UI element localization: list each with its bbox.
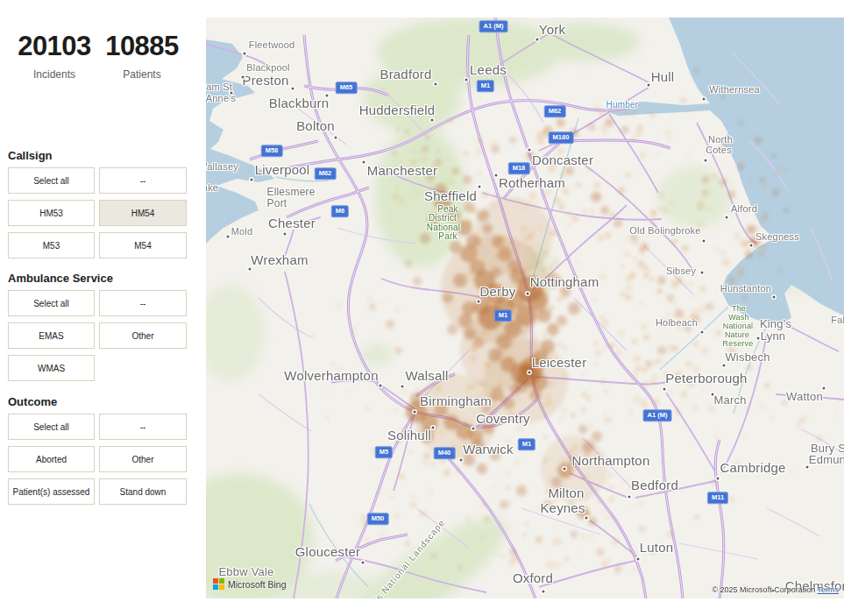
road-shield: A1 (M) — [643, 409, 672, 421]
incidents-value: 20103 — [11, 32, 98, 61]
terms-link[interactable]: Terms — [818, 585, 840, 594]
map-canvas — [206, 18, 844, 598]
road-shield: M65 — [336, 81, 358, 94]
city-dot — [401, 386, 404, 388]
city-dot — [701, 272, 704, 274]
city-dot — [431, 119, 434, 122]
road-shield: M1 — [518, 438, 535, 450]
filter-button-wmas[interactable]: WMAS — [8, 355, 95, 381]
city-dot — [251, 179, 253, 181]
filter-buttons: Select all--HM53HM54M53M54 — [8, 167, 194, 265]
city-dot — [528, 149, 531, 152]
city-dot — [701, 331, 704, 334]
city-dot — [231, 92, 233, 95]
map-copyright: © 2025 Microsoft Corporation Terms — [712, 585, 839, 594]
filter-button-hm53[interactable]: HM53 — [8, 200, 95, 226]
filter-button--[interactable]: -- — [99, 290, 187, 316]
filter-button-select-all[interactable]: Select all — [8, 167, 95, 194]
incident-heatmap[interactable]: FleetwoodBlackpoolPrestonham StAnne'sBla… — [206, 18, 844, 598]
city-dot — [703, 98, 706, 101]
filter-button-hm54[interactable]: HM54 — [99, 200, 187, 226]
filter-button-select-all[interactable]: Select all — [8, 290, 95, 316]
city-dot — [723, 365, 726, 367]
road-shield: M1 — [494, 309, 512, 322]
city-dot — [757, 337, 760, 340]
filter-button-other[interactable]: Other — [99, 322, 187, 349]
filter-section-title: Callsign — [8, 149, 194, 163]
city-dot — [414, 411, 416, 414]
city-dot — [806, 466, 809, 469]
city-dot — [249, 268, 252, 271]
city-dot — [362, 562, 365, 564]
city-dot — [726, 216, 728, 219]
city-dot — [460, 459, 463, 462]
city-dot — [244, 53, 246, 55]
filter-section-ambulance-service: Ambulance ServiceSelect all--EMASOtherWM… — [8, 272, 194, 387]
road-shield: M6 — [331, 205, 349, 217]
city-dot — [536, 39, 539, 41]
copyright-text: © 2025 Microsoft Corporation — [712, 585, 815, 594]
city-dot — [717, 478, 720, 480]
road-shield: M1 — [477, 80, 494, 92]
city-dot — [750, 244, 753, 247]
city-dot — [284, 233, 287, 236]
bing-logo-icon — [213, 578, 224, 590]
city-dot — [292, 88, 294, 90]
patients-value: 10885 — [98, 32, 186, 61]
filter-button-other[interactable]: Other — [99, 446, 187, 472]
filter-button--[interactable]: -- — [99, 414, 187, 440]
filter-button-emas[interactable]: EMAS — [8, 322, 95, 349]
city-dot — [564, 468, 566, 471]
city-dot — [712, 393, 714, 396]
filter-button-stand-down[interactable]: Stand down — [99, 478, 187, 505]
city-dot — [435, 83, 437, 86]
city-dot — [242, 76, 245, 79]
filter-button--[interactable]: -- — [99, 167, 187, 194]
road-shield: M5 — [375, 446, 393, 458]
filter-button-m53[interactable]: M53 — [8, 232, 95, 258]
road-shield: A1 (M) — [479, 20, 508, 32]
filter-section-callsign: CallsignSelect all--HM53HM54M53M54 — [8, 149, 194, 265]
filter-button-aborted[interactable]: Aborted — [8, 446, 95, 472]
city-dot — [465, 79, 468, 81]
filter-buttons: Select all--EMASOtherWMAS — [8, 290, 194, 387]
city-dot — [528, 372, 531, 374]
road-shield: M62 — [315, 167, 337, 180]
filter-button-select-all[interactable]: Select all — [8, 414, 95, 440]
road-shield: M62 — [544, 105, 566, 117]
filter-buttons: Select all--AbortedOtherPatient(s) asses… — [8, 414, 194, 511]
road-shield: M40 — [434, 447, 456, 459]
city-dot — [648, 84, 650, 87]
filter-section-outcome: OutcomeSelect all--AbortedOtherPatient(s… — [8, 395, 194, 511]
road-shield: M11 — [707, 492, 728, 504]
city-dot — [663, 388, 666, 391]
city-dot — [335, 137, 337, 139]
city-dot — [705, 159, 707, 162]
city-dot — [363, 161, 365, 164]
city-dot — [773, 296, 776, 299]
filter-button-m54[interactable]: M54 — [99, 232, 187, 258]
filter-section-title: Ambulance Service — [8, 272, 194, 286]
city-dot — [637, 558, 640, 561]
city-dot — [823, 387, 826, 390]
city-dot — [585, 517, 588, 520]
city-dot — [495, 174, 498, 177]
kpi-cards: 20103 Incidents 10885 Patients — [11, 32, 195, 81]
city-dot — [703, 240, 706, 243]
dashboard: 20103 Incidents 10885 Patients CallsignS… — [0, 0, 844, 616]
filter-sidebar: 20103 Incidents 10885 Patients CallsignS… — [0, 0, 206, 616]
road-shield: M18 — [508, 162, 530, 174]
city-dot — [527, 293, 529, 295]
city-dot — [227, 236, 230, 238]
filter-button-patient-s-assessed[interactable]: Patient(s) assessed — [8, 478, 95, 505]
filter-section-title: Outcome — [8, 395, 194, 409]
incidents-label: Incidents — [11, 68, 98, 81]
city-dot — [379, 385, 382, 387]
bing-attribution[interactable]: Microsoft Bing — [213, 578, 287, 590]
road-shield: M180 — [549, 131, 574, 144]
city-dot — [432, 427, 435, 429]
patients-label: Patients — [98, 68, 186, 81]
bing-logo-label: Microsoft Bing — [228, 579, 287, 590]
city-dot — [543, 591, 545, 593]
city-dot — [628, 496, 631, 499]
